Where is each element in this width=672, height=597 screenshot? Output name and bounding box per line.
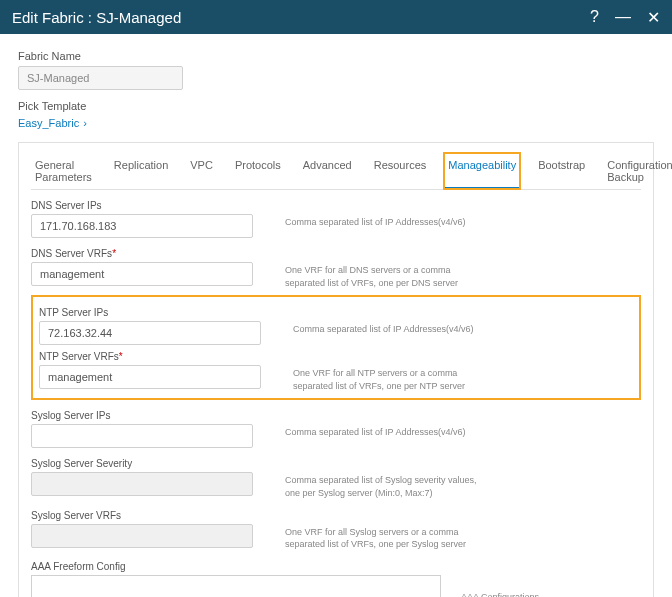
ntp-ips-label: NTP Server IPs bbox=[39, 307, 273, 318]
syslog-ips-hint: Comma separated list of IP Addresses(v4/… bbox=[285, 410, 465, 439]
dialog-header: Edit Fabric : SJ-Managed ? — ✕ bbox=[0, 0, 672, 34]
aaa-textarea[interactable] bbox=[31, 575, 441, 597]
ntp-ips-hint: Comma separated list of IP Addresses(v4/… bbox=[293, 307, 473, 336]
syslog-ips-input[interactable] bbox=[31, 424, 253, 448]
dns-ips-hint: Comma separated list of IP Addresses(v4/… bbox=[285, 200, 465, 229]
row-aaa: AAA Freeform Config AAA Configurations bbox=[31, 561, 641, 597]
chevron-right-icon: › bbox=[83, 117, 87, 129]
tab-general-parameters[interactable]: General Parameters bbox=[31, 153, 96, 189]
tab-replication[interactable]: Replication bbox=[110, 153, 172, 189]
dns-vrfs-hint: One VRF for all DNS servers or a comma s… bbox=[285, 248, 485, 289]
close-icon[interactable]: ✕ bbox=[647, 8, 660, 27]
tab-advanced[interactable]: Advanced bbox=[299, 153, 356, 189]
pick-template-block: Pick Template Easy_Fabric › bbox=[18, 100, 654, 130]
syslog-vrfs-hint: One VRF for all Syslog servers or a comm… bbox=[285, 510, 485, 551]
tab-configuration-backup[interactable]: Configuration Backup bbox=[603, 153, 672, 189]
dns-vrfs-input[interactable] bbox=[31, 262, 253, 286]
row-dns-vrfs: DNS Server VRFs One VRF for all DNS serv… bbox=[31, 248, 641, 289]
aaa-hint: AAA Configurations bbox=[461, 561, 539, 597]
syslog-sev-hint: Comma separated list of Syslog severity … bbox=[285, 458, 485, 499]
highlight-ntp-block: NTP Server IPs Comma separated list of I… bbox=[31, 295, 641, 400]
fabric-name-label: Fabric Name bbox=[18, 50, 654, 62]
fabric-name-input bbox=[18, 66, 183, 90]
row-syslog-vrfs: Syslog Server VRFs One VRF for all Syslo… bbox=[31, 510, 641, 551]
aaa-label: AAA Freeform Config bbox=[31, 561, 441, 572]
row-ntp-ips: NTP Server IPs Comma separated list of I… bbox=[39, 307, 633, 345]
dns-vrfs-label: DNS Server VRFs bbox=[31, 248, 265, 259]
syslog-sev-label: Syslog Server Severity bbox=[31, 458, 265, 469]
ntp-vrfs-input[interactable] bbox=[39, 365, 261, 389]
pick-template-label: Pick Template bbox=[18, 100, 654, 112]
tabs: General Parameters Replication VPC Proto… bbox=[31, 153, 641, 190]
ntp-vrfs-label: NTP Server VRFs bbox=[39, 351, 273, 362]
ntp-vrfs-hint: One VRF for all NTP servers or a comma s… bbox=[293, 351, 493, 392]
minimize-icon[interactable]: — bbox=[615, 8, 631, 26]
template-link-text: Easy_Fabric bbox=[18, 117, 79, 129]
syslog-vrfs-label: Syslog Server VRFs bbox=[31, 510, 265, 521]
ntp-ips-input[interactable] bbox=[39, 321, 261, 345]
fabric-name-block: Fabric Name bbox=[18, 50, 654, 90]
tab-vpc[interactable]: VPC bbox=[186, 153, 217, 189]
dns-ips-input[interactable] bbox=[31, 214, 253, 238]
row-syslog-sev: Syslog Server Severity Comma separated l… bbox=[31, 458, 641, 499]
syslog-ips-label: Syslog Server IPs bbox=[31, 410, 265, 421]
row-dns-ips: DNS Server IPs Comma separated list of I… bbox=[31, 200, 641, 238]
row-syslog-ips: Syslog Server IPs Comma separated list o… bbox=[31, 410, 641, 448]
row-ntp-vrfs: NTP Server VRFs One VRF for all NTP serv… bbox=[39, 351, 633, 392]
template-link[interactable]: Easy_Fabric › bbox=[18, 117, 87, 129]
dialog-title: Edit Fabric : SJ-Managed bbox=[12, 9, 181, 26]
tabs-card: General Parameters Replication VPC Proto… bbox=[18, 142, 654, 597]
dns-ips-label: DNS Server IPs bbox=[31, 200, 265, 211]
tab-manageability[interactable]: Manageability bbox=[444, 153, 520, 189]
tab-bootstrap[interactable]: Bootstrap bbox=[534, 153, 589, 189]
help-icon[interactable]: ? bbox=[590, 8, 599, 26]
tab-resources[interactable]: Resources bbox=[370, 153, 431, 189]
dialog-body: Fabric Name Pick Template Easy_Fabric › … bbox=[0, 34, 672, 597]
header-actions: ? — ✕ bbox=[590, 8, 660, 27]
syslog-sev-input bbox=[31, 472, 253, 496]
syslog-vrfs-input bbox=[31, 524, 253, 548]
tab-protocols[interactable]: Protocols bbox=[231, 153, 285, 189]
